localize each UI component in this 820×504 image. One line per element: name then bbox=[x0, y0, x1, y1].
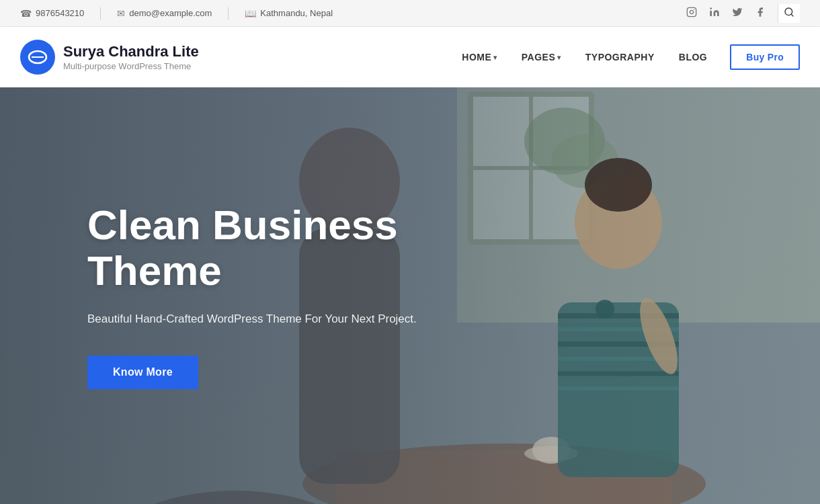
hero-section: Clean Business Theme Beautiful Hand-Craf… bbox=[0, 87, 820, 504]
phone-icon: ☎ bbox=[20, 8, 32, 19]
topbar-divider-2 bbox=[228, 7, 229, 19]
site-tagline: Multi-purpose WordPress Theme bbox=[63, 61, 199, 71]
nav-blog[interactable]: BLOG bbox=[669, 46, 716, 68]
logo-text: Surya Chandra Lite Multi-purpose WordPre… bbox=[63, 43, 199, 71]
hero-content: Clean Business Theme Beautiful Hand-Craf… bbox=[87, 202, 504, 389]
topbar-left: ☎ 9876543210 ✉ demo@example.com 📖 Kathma… bbox=[20, 7, 333, 19]
hero-title: Clean Business Theme bbox=[87, 202, 504, 294]
buy-pro-button[interactable]: Buy Pro bbox=[730, 44, 800, 70]
site-name: Surya Chandra Lite bbox=[63, 43, 199, 60]
facebook-icon[interactable] bbox=[755, 7, 766, 19]
location-text: Kathmandu, Nepal bbox=[260, 8, 333, 18]
topbar-divider-1 bbox=[100, 7, 101, 19]
email-item: ✉ demo@example.com bbox=[117, 8, 212, 19]
main-nav: HOME ▾ PAGES ▾ TYPOGRAPHY BLOG Buy Pro bbox=[452, 44, 800, 70]
twitter-icon[interactable] bbox=[732, 7, 743, 19]
phone-item: ☎ 9876543210 bbox=[20, 8, 84, 19]
email-address: demo@example.com bbox=[129, 8, 212, 18]
nav-home[interactable]: HOME ▾ bbox=[452, 46, 507, 68]
location-icon: 📖 bbox=[245, 8, 256, 19]
logo-icon bbox=[20, 40, 55, 75]
instagram-icon[interactable] bbox=[686, 7, 697, 19]
topbar: ☎ 9876543210 ✉ demo@example.com 📖 Kathma… bbox=[0, 0, 820, 27]
header: Surya Chandra Lite Multi-purpose WordPre… bbox=[0, 27, 820, 87]
topbar-right bbox=[686, 4, 800, 23]
pages-chevron-icon: ▾ bbox=[557, 54, 561, 61]
hero-subtitle: Beautiful Hand-Crafted WordPress Theme F… bbox=[87, 310, 504, 329]
location-item: 📖 Kathmandu, Nepal bbox=[245, 8, 333, 19]
know-more-button[interactable]: Know More bbox=[87, 355, 198, 389]
phone-number: 9876543210 bbox=[36, 8, 84, 18]
search-button[interactable] bbox=[778, 4, 800, 23]
svg-line-4 bbox=[791, 14, 793, 16]
nav-typography[interactable]: TYPOGRAPHY bbox=[576, 46, 664, 68]
logo-area: Surya Chandra Lite Multi-purpose WordPre… bbox=[20, 40, 199, 75]
svg-point-2 bbox=[710, 7, 712, 9]
home-chevron-icon: ▾ bbox=[493, 54, 497, 61]
linkedin-icon[interactable] bbox=[709, 7, 720, 19]
email-icon: ✉ bbox=[117, 8, 125, 19]
svg-rect-0 bbox=[687, 7, 696, 16]
nav-pages[interactable]: PAGES ▾ bbox=[512, 46, 571, 68]
